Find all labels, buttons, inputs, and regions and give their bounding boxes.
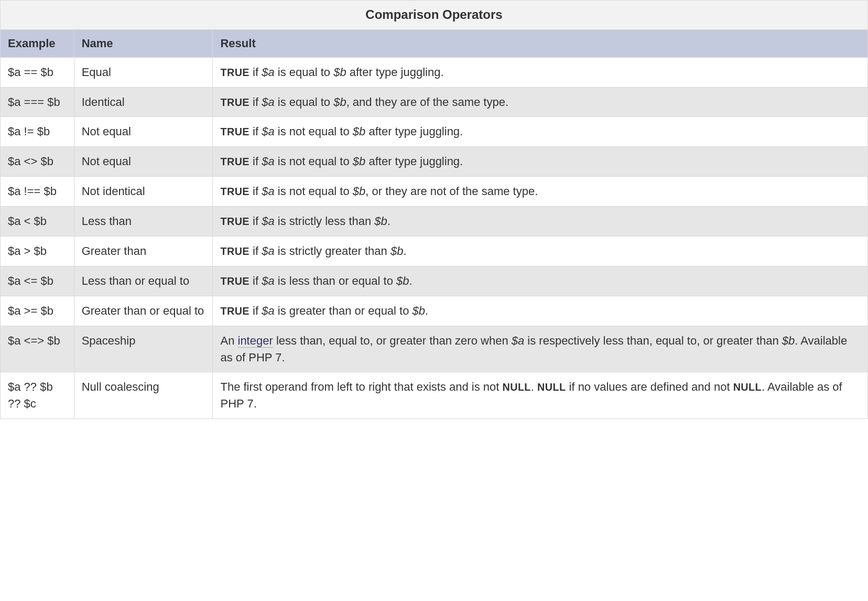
header-result: Result <box>213 29 868 57</box>
cell-example: $a === $b <box>1 87 74 117</box>
cell-result: true if $a is less than or equal to $b. <box>213 266 868 296</box>
cell-name: Identical <box>74 87 213 117</box>
variable: $a <box>262 244 274 257</box>
cell-result: true if $a is strictly less than $b. <box>213 207 868 237</box>
cell-result: true if $a is not equal to $b after type… <box>213 147 868 177</box>
cell-result: true if $a is greater than or equal to $… <box>213 296 868 326</box>
variable: $a <box>262 185 274 198</box>
cell-example: $a > $b <box>1 237 74 266</box>
variable: $a <box>262 125 274 138</box>
cell-result: true if $a is not equal to $b after type… <box>213 117 868 147</box>
cell-name: Spaceship <box>74 326 213 372</box>
cell-example: $a <=> $b <box>1 326 74 372</box>
variable: $b <box>353 125 365 138</box>
table-row: $a > $bGreater thantrue if $a is strictl… <box>1 237 868 266</box>
table-row: $a <> $bNot equaltrue if $a is not equal… <box>1 147 868 177</box>
table-row: $a == $bEqualtrue if $a is equal to $b a… <box>1 57 868 87</box>
cell-name: Greater than or equal to <box>74 296 213 326</box>
cell-example: $a != $b <box>1 117 74 147</box>
table-row: $a === $bIdenticaltrue if $a is equal to… <box>1 87 868 117</box>
variable: $a <box>262 66 274 79</box>
variable: $b <box>374 214 387 228</box>
cell-example: $a <> $b <box>1 147 74 177</box>
cell-result: true if $a is equal to $b after type jug… <box>213 57 868 87</box>
comparison-operators-table: Comparison Operators Example Name Result… <box>0 0 868 419</box>
variable: $b <box>333 95 346 109</box>
variable: $a <box>262 155 274 168</box>
cell-example: $a == $b <box>1 57 74 87</box>
table-row: $a ?? $b ?? $cNull coalescingThe first o… <box>1 372 868 419</box>
variable: $a <box>262 95 274 109</box>
cell-name: Null coalescing <box>74 372 213 419</box>
table-row: $a != $bNot equaltrue if $a is not equal… <box>1 117 868 147</box>
cell-example: $a <= $b <box>1 266 74 296</box>
keyword-true: true <box>220 305 249 317</box>
cell-result: The first operand from left to right tha… <box>213 372 868 419</box>
cell-result: true if $a is strictly greater than $b. <box>213 237 868 266</box>
variable: $a <box>262 214 274 228</box>
keyword-null: null <box>733 381 762 393</box>
cell-name: Not identical <box>74 177 213 207</box>
cell-result: true if $a is not equal to $b, or they a… <box>213 177 868 207</box>
keyword-true: true <box>220 126 249 137</box>
keyword-true: true <box>220 67 249 78</box>
cell-result: An integer less than, equal to, or great… <box>213 326 868 372</box>
keyword-true: true <box>220 216 249 227</box>
cell-name: Not equal <box>74 117 213 147</box>
table-header-row: Example Name Result <box>1 29 868 57</box>
keyword-null: null <box>503 381 531 393</box>
keyword-true: true <box>220 96 249 108</box>
variable: $a <box>262 304 274 317</box>
variable: $b <box>390 244 403 257</box>
table-row: $a <=> $bSpaceshipAn integer less than, … <box>1 326 868 372</box>
table-caption: Comparison Operators <box>0 0 868 29</box>
keyword-true: true <box>220 186 249 197</box>
cell-example: $a ?? $b ?? $c <box>1 372 74 419</box>
cell-name: Not equal <box>74 147 213 177</box>
variable: $b <box>353 185 365 198</box>
cell-example: $a !== $b <box>1 177 74 207</box>
variable: $a <box>512 334 524 347</box>
cell-name: Greater than <box>74 237 213 266</box>
cell-example: $a >= $b <box>1 296 74 326</box>
keyword-null: null <box>537 381 566 393</box>
cell-name: Equal <box>74 57 213 87</box>
keyword-true: true <box>220 245 249 257</box>
keyword-true: true <box>220 156 249 167</box>
variable: $b <box>413 304 425 317</box>
header-name: Name <box>74 29 213 57</box>
table-row: $a !== $bNot identicaltrue if $a is not … <box>1 177 868 207</box>
variable: $b <box>333 66 346 79</box>
integer-link[interactable]: integer <box>238 334 273 348</box>
table-row: $a <= $bLess than or equal totrue if $a … <box>1 266 868 296</box>
cell-result: true if $a is equal to $b, and they are … <box>213 87 868 117</box>
table-row: $a < $bLess thantrue if $a is strictly l… <box>1 207 868 237</box>
keyword-true: true <box>220 275 249 287</box>
variable: $a <box>262 274 274 287</box>
cell-name: Less than or equal to <box>74 266 213 296</box>
variable: $b <box>396 274 409 287</box>
variable: $b <box>353 155 365 168</box>
cell-name: Less than <box>74 207 213 237</box>
header-example: Example <box>1 29 74 57</box>
cell-example: $a < $b <box>1 207 74 237</box>
table-row: $a >= $bGreater than or equal totrue if … <box>1 296 868 326</box>
variable: $b <box>782 334 795 347</box>
